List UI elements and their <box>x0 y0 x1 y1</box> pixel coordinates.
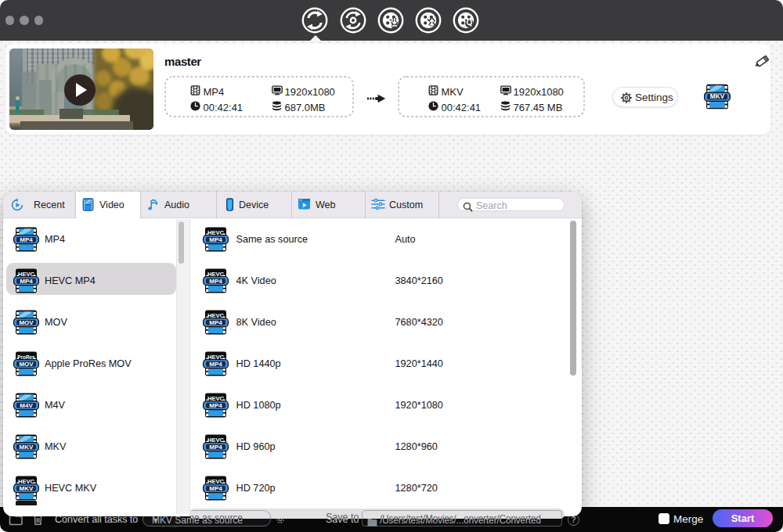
svg-text:ProRes: ProRes <box>17 354 35 360</box>
svg-text:MP4: MP4 <box>209 278 222 285</box>
svg-text:MKV: MKV <box>20 485 34 492</box>
svg-text:MOV: MOV <box>19 319 34 326</box>
svg-text:MP4: MP4 <box>209 319 222 326</box>
svg-text:MP4: MP4 <box>209 236 222 243</box>
svg-text:MKV: MKV <box>20 444 34 451</box>
svg-text:MP4: MP4 <box>20 236 33 243</box>
svg-text:M4V: M4V <box>20 402 33 409</box>
svg-text:MP4: MP4 <box>209 361 222 368</box>
svg-text:MP4: MP4 <box>209 402 222 409</box>
svg-text:MP4: MP4 <box>209 485 222 492</box>
svg-text:MOV: MOV <box>19 361 34 368</box>
svg-text:MP4: MP4 <box>20 278 33 285</box>
svg-text:MKV: MKV <box>710 93 725 100</box>
svg-text:MP4: MP4 <box>209 444 222 451</box>
